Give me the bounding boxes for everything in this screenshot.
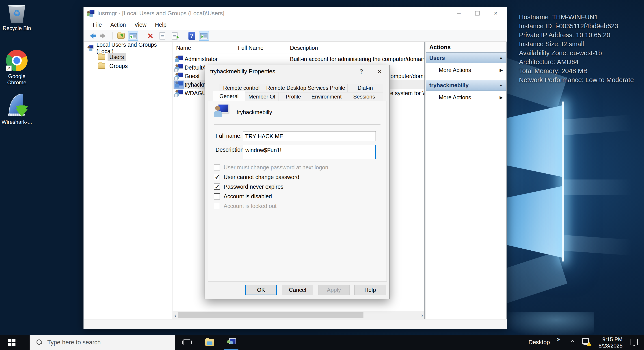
column-header-full-name[interactable]: Full Name (238, 45, 264, 51)
desktop-tray-label[interactable]: Desktop (528, 339, 550, 346)
collapse-icon[interactable]: ▲ (499, 83, 503, 88)
user-name: Administrator (185, 56, 218, 62)
wallpaper-ray (563, 235, 644, 256)
maximize-button[interactable] (468, 7, 486, 20)
checkbox-user-cannot-change-password[interactable]: User cannot change password (214, 173, 299, 181)
show-action-pane-button[interactable] (199, 31, 209, 41)
tab-general[interactable]: General (213, 91, 245, 101)
checkbox-account-is-locked-out[interactable]: Account is locked out (214, 202, 276, 210)
active-app-indicator (224, 349, 238, 350)
delete-x-icon: ✕ (147, 32, 154, 40)
more-actions-users[interactable]: More Actions ▶ (426, 63, 506, 77)
desktop-icon-recycle-bin[interactable]: ♻ Recycle Bin (0, 4, 34, 31)
info-network-performance: Network Performance: Low to Moderate (519, 75, 634, 84)
hidden-icons-chevron[interactable]: ^ (571, 339, 574, 345)
properties-button[interactable] (158, 31, 168, 41)
taskbar-overflow-chevron[interactable]: » (557, 336, 560, 342)
full-name-value: TRY HACK ME (245, 133, 283, 139)
checkbox-box[interactable] (214, 164, 220, 170)
desktop-icon-label: Recycle Bin (0, 25, 34, 31)
submenu-arrow-icon: ▶ (500, 95, 503, 100)
checkbox-account-is-disabled[interactable]: Account is disabled (214, 193, 272, 200)
start-button[interactable] (0, 335, 23, 350)
close-button[interactable]: × (486, 7, 505, 20)
wireshark-installer-icon (7, 94, 26, 117)
more-actions-label: More Actions (439, 67, 471, 73)
network-warning-icon (587, 342, 592, 346)
tree-node-groups[interactable]: Groups (84, 62, 172, 70)
checkbox-box[interactable] (214, 193, 220, 200)
help-button[interactable]: ? (187, 31, 197, 41)
apply-button[interactable]: Apply (318, 285, 350, 295)
lusrmgr-taskbar-button[interactable] (225, 335, 238, 350)
window-title: lusrmgr - [Local Users and Groups (Local… (98, 10, 224, 17)
help-button[interactable]: Help (354, 285, 386, 295)
menu-view[interactable]: View (130, 22, 151, 28)
checkbox-box[interactable] (214, 174, 220, 180)
info-private-ip: Private IP Address: 10.10.65.20 (519, 31, 634, 40)
checkbox-box[interactable] (214, 184, 220, 190)
tab-profile[interactable]: Profile (279, 92, 308, 101)
cancel-button[interactable]: Cancel (282, 285, 313, 295)
scroll-left-arrow[interactable]: ‹ (174, 312, 176, 319)
lusrmgr-app-icon (87, 10, 95, 17)
taskbar-search-input[interactable]: Type here to search (30, 335, 175, 350)
actions-group-tryhackmebilly[interactable]: tryhackmebilly ▲ (426, 80, 506, 91)
tab-dial-in[interactable]: Dial-in (347, 84, 383, 92)
checkbox-label: Account is disabled (224, 193, 272, 200)
toolbar: ✕ ? (84, 30, 507, 42)
action-center-icon[interactable] (630, 339, 638, 345)
dialog-help-button[interactable]: ? (360, 68, 363, 75)
horizontal-scrollbar[interactable]: ‹ › (173, 311, 424, 319)
menu-action[interactable]: Action (106, 22, 130, 28)
file-explorer-icon (205, 339, 214, 346)
download-arrow-icon (16, 109, 28, 117)
menu-help[interactable]: Help (151, 22, 171, 28)
taskbar: Type here to search Desktop » ^ 9:15 PM … (0, 335, 644, 350)
list-header: Name Full Name Description (173, 42, 424, 53)
scrollbar-thumb[interactable] (178, 312, 364, 318)
up-one-level-button[interactable] (116, 31, 126, 41)
more-actions-tryhackmebilly[interactable]: More Actions ▶ (426, 91, 506, 104)
search-icon (36, 339, 42, 345)
tab-member-of[interactable]: Member Of (245, 92, 279, 101)
desktop-icon-wireshark[interactable]: Wireshark-... (0, 94, 34, 125)
file-explorer-button[interactable] (204, 335, 216, 350)
delete-button[interactable]: ✕ (146, 31, 155, 41)
back-button[interactable] (87, 31, 96, 41)
scroll-right-arrow[interactable]: › (421, 312, 423, 319)
tab-sessions[interactable]: Sessions (345, 92, 383, 101)
actions-pane-title: Actions (426, 42, 506, 53)
forward-button[interactable] (99, 31, 109, 41)
taskbar-clock[interactable]: 9:15 PM 8/28/2025 (598, 336, 622, 349)
ok-button[interactable]: OK (245, 285, 277, 295)
full-name-input[interactable]: TRY HACK ME (243, 131, 376, 141)
description-input[interactable]: window$Fun1! (243, 145, 376, 159)
search-placeholder: Type here to search (47, 339, 101, 346)
user-row-administrator[interactable]: Administrator Built-in account for admin… (173, 55, 424, 63)
column-header-description[interactable]: Description (290, 45, 318, 51)
tab-environment[interactable]: Environment (308, 92, 345, 101)
checkbox-user-must-change-password[interactable]: User must change password at next logon (214, 163, 328, 171)
column-header-name[interactable]: Name (176, 45, 191, 51)
checkbox-box[interactable] (214, 203, 220, 209)
user-selected-icon (175, 81, 183, 88)
task-view-icon (184, 339, 190, 345)
desktop-icon-google-chrome[interactable]: ↗ Google Chrome (0, 50, 34, 86)
show-console-tree-button[interactable] (128, 31, 138, 41)
checkbox-label: Password never expires (224, 184, 284, 190)
export-list-button[interactable] (170, 31, 180, 41)
task-view-button[interactable] (180, 335, 193, 350)
computer-users-icon (87, 45, 94, 51)
tab-remote-desktop-services-profile[interactable]: Remote Desktop Services Profile (264, 84, 347, 92)
checkbox-password-never-expires[interactable]: Password never expires (214, 183, 284, 191)
minimize-button[interactable]: – (450, 7, 468, 20)
network-status-icon[interactable] (582, 338, 592, 346)
collapse-icon[interactable]: ▲ (499, 56, 503, 60)
menu-file[interactable]: File (88, 22, 106, 28)
dialog-close-button[interactable]: × (377, 67, 382, 76)
description-label: Description: (216, 146, 245, 153)
title-bar[interactable]: lusrmgr - [Local Users and Groups (Local… (84, 7, 507, 20)
tree-node-root[interactable]: Local Users and Groups (Local) (84, 44, 172, 53)
actions-group-users[interactable]: Users ▲ (426, 53, 506, 63)
